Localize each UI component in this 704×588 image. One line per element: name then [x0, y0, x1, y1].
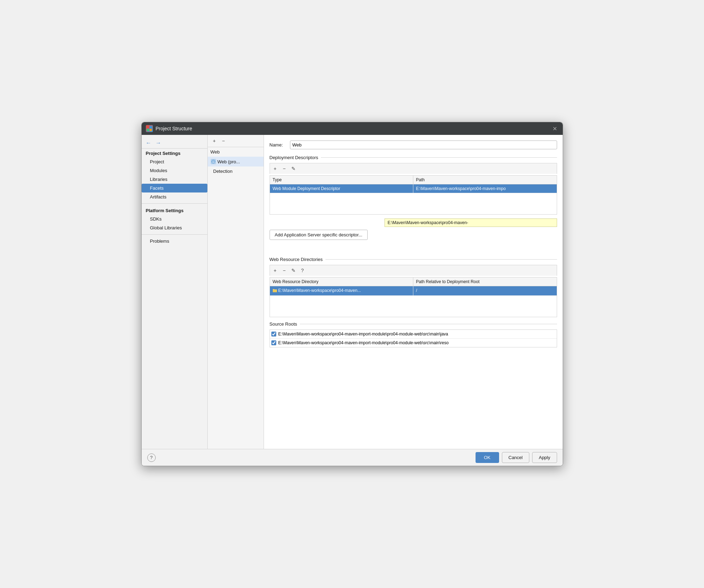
sidebar-item-libraries[interactable]: Libraries: [142, 175, 207, 184]
cancel-button[interactable]: Cancel: [502, 452, 529, 463]
sidebar-divider-2: [142, 234, 207, 235]
dd-remove-button[interactable]: −: [280, 165, 288, 172]
bottom-bar: ? OK Cancel Apply: [142, 449, 563, 466]
bottom-buttons: OK Cancel Apply: [476, 452, 557, 463]
source-roots-box: E:\Maven\Maven-workspace\pro04-maven-imp…: [270, 329, 557, 347]
middle-item-with-icon: Web (pro...: [211, 159, 261, 164]
wrd-remove-button[interactable]: −: [280, 267, 288, 274]
sidebar-item-problems[interactable]: Problems: [142, 237, 207, 246]
ok-button[interactable]: OK: [476, 452, 499, 463]
middle-panel: + − Web Web (pro... Detection: [208, 135, 264, 449]
project-structure-dialog: Project Structure ✕ ← → Project Settings…: [141, 122, 563, 466]
middle-item-web-pro[interactable]: Web (pro...: [208, 157, 264, 166]
wrd-help-button[interactable]: ?: [299, 267, 306, 274]
web-resource-directories-title: Web Resource Directories: [270, 257, 557, 262]
name-input[interactable]: [290, 141, 557, 149]
sidebar-item-project[interactable]: Project: [142, 157, 207, 166]
source-root-row-1: E:\Maven\Maven-workspace\pro04-maven-imp…: [270, 330, 557, 339]
dialog-title: Project Structure: [156, 126, 192, 131]
web-facet-icon: [211, 159, 216, 164]
sidebar: ← → Project Settings Project Modules Lib…: [142, 135, 208, 449]
deployment-descriptors-table: Type Path Web Module Deployment Descript…: [270, 175, 557, 215]
nav-buttons: ← →: [142, 138, 207, 149]
project-settings-label: Project Settings: [142, 149, 207, 157]
sidebar-item-artifacts[interactable]: Artifacts: [142, 192, 207, 201]
main-content: ← → Project Settings Project Modules Lib…: [142, 135, 563, 449]
dd-table-row[interactable]: Web Module Deployment Descriptor E:\Mave…: [270, 184, 557, 193]
dd-table-header: Type Path: [270, 176, 557, 184]
web-resource-table: Web Resource Directory Path Relative to …: [270, 277, 557, 317]
back-button[interactable]: ←: [144, 139, 153, 147]
forward-button[interactable]: →: [154, 139, 163, 147]
title-bar: Project Structure ✕: [142, 122, 563, 135]
add-server-button[interactable]: Add Application Server specific descript…: [270, 230, 368, 240]
middle-item-detection[interactable]: Detection: [208, 166, 264, 176]
apply-button[interactable]: Apply: [532, 452, 557, 463]
right-content: Name: Deployment Descriptors + − ✎ Type …: [264, 135, 563, 449]
sidebar-item-sdks[interactable]: SDKs: [142, 215, 207, 223]
platform-settings-label: Platform Settings: [142, 206, 207, 215]
sidebar-divider: [142, 203, 207, 204]
source-root-path-1: E:\Maven\Maven-workspace\pro04-maven-imp…: [278, 332, 448, 337]
dd-add-button[interactable]: +: [271, 165, 279, 172]
dd-type-cell: Web Module Deployment Descriptor: [270, 184, 413, 193]
right-panel: Name: Deployment Descriptors + − ✎ Type …: [264, 135, 563, 449]
wrd-add-button[interactable]: +: [271, 267, 279, 274]
svg-rect-2: [147, 129, 149, 131]
app-icon: [146, 125, 153, 132]
source-root-path-2: E:\Maven\Maven-workspace\pro04-maven-imp…: [278, 340, 449, 345]
wrd-table-row[interactable]: E:\Maven\Maven-workspace\pro04-maven... …: [270, 286, 557, 296]
wrd-path-cell: /: [413, 286, 557, 295]
dd-edit-button[interactable]: ✎: [290, 165, 297, 172]
source-roots-title: Source Roots: [270, 321, 557, 327]
source-root-row-2: E:\Maven\Maven-workspace\pro04-maven-imp…: [270, 339, 557, 347]
wrd-toolbar: + − ✎ ?: [270, 265, 557, 276]
empty-area: [270, 243, 557, 257]
dd-col-type: Type: [270, 176, 413, 184]
source-root-checkbox-2[interactable]: [271, 340, 276, 345]
help-button[interactable]: ?: [147, 453, 156, 462]
middle-toolbar: + −: [208, 135, 264, 147]
wrd-col-path: Path Relative to Deployment Root: [413, 277, 557, 286]
name-label: Name:: [270, 142, 287, 148]
svg-rect-1: [150, 126, 152, 128]
deployment-descriptors-title: Deployment Descriptors: [270, 155, 557, 160]
source-root-checkbox-1[interactable]: [271, 332, 276, 337]
folder-icon: [273, 288, 277, 293]
svg-rect-0: [147, 126, 149, 128]
dd-col-path: Path: [413, 176, 557, 184]
wrd-table-header: Web Resource Directory Path Relative to …: [270, 277, 557, 286]
dd-toolbar: + − ✎: [270, 163, 557, 174]
svg-rect-3: [150, 129, 152, 131]
name-row: Name:: [270, 141, 557, 149]
wrd-col-dir: Web Resource Directory: [270, 277, 413, 286]
sidebar-item-global-libraries[interactable]: Global Libraries: [142, 223, 207, 232]
remove-facet-button[interactable]: −: [220, 137, 227, 145]
wrd-edit-button[interactable]: ✎: [290, 267, 297, 274]
sidebar-item-modules[interactable]: Modules: [142, 166, 207, 175]
sidebar-item-facets[interactable]: Facets: [142, 184, 207, 192]
title-bar-left: Project Structure: [146, 125, 192, 132]
path-tooltip: E:\Maven\Maven-workspace\pro04-maven-: [385, 218, 557, 227]
middle-item-web[interactable]: Web: [208, 147, 264, 157]
add-facet-button[interactable]: +: [211, 137, 218, 145]
wrd-dir-cell: E:\Maven\Maven-workspace\pro04-maven...: [270, 286, 413, 295]
close-button[interactable]: ✕: [551, 125, 558, 132]
dd-path-cell: E:\Maven\Maven-workspace\pro04-maven-imp…: [413, 184, 557, 193]
